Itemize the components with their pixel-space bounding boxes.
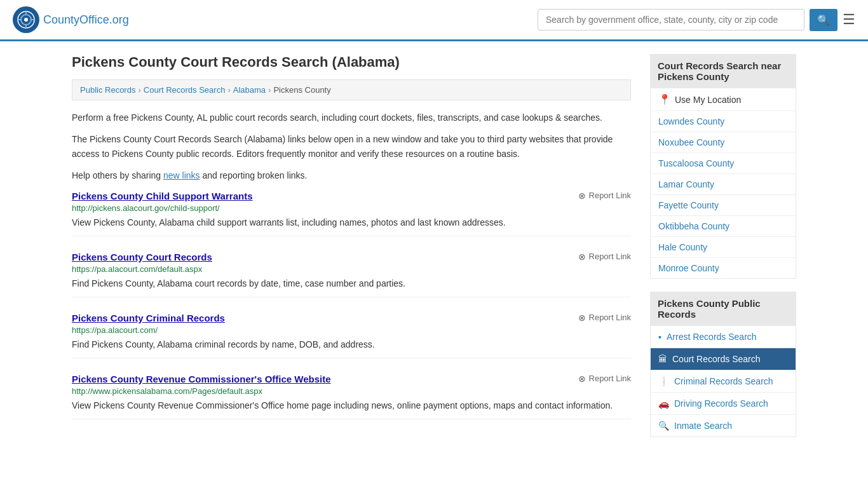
result-item: Pickens County Revenue Commissioner's Of… (72, 374, 631, 419)
list-item: 🔍 Inmate Search (651, 415, 796, 437)
list-item: Lamar County (651, 174, 796, 195)
desc-para-3: Help others by sharing new links and rep… (72, 168, 631, 182)
logo-icon (13, 6, 39, 33)
sidebar-lamar-county[interactable]: Lamar County (651, 174, 796, 194)
result-header: Pickens County Criminal Records ⊗ Report… (72, 313, 631, 323)
list-item: 🚗 Driving Records Search (651, 393, 796, 415)
sidebar-driving-records[interactable]: 🚗 Driving Records Search (651, 393, 796, 414)
sidebar-pubrecords-list: ▪ Arrest Records Search 🏛 Court Records … (650, 326, 796, 437)
search-icon: 🔍 (817, 15, 830, 25)
breadcrumb-court-records-search[interactable]: Court Records Search (144, 85, 226, 95)
header: CountyOffice.org 🔍 ☰ (0, 0, 868, 41)
sidebar-nearby-title: Court Records Search near Pickens County (650, 54, 796, 88)
breadcrumb-alabama[interactable]: Alabama (233, 85, 266, 95)
logo-area: CountyOffice.org (13, 6, 129, 33)
list-item: ▪ Arrest Records Search (651, 326, 796, 348)
search-button[interactable]: 🔍 (810, 9, 837, 31)
sidebar-oktibbeha-county[interactable]: Oktibbeha County (651, 216, 796, 236)
list-item: Noxubee County (651, 132, 796, 153)
report-icon: ⊗ (578, 374, 586, 384)
hamburger-icon: ☰ (843, 11, 855, 27)
result-header: Pickens County Child Support Warrants ⊗ … (72, 191, 631, 201)
breadcrumb-sep-3: › (268, 85, 271, 95)
desc-para-2: The Pickens County Court Records Search … (72, 132, 631, 161)
result-title: Pickens County Child Support Warrants (72, 191, 252, 201)
result-item: Pickens County Child Support Warrants ⊗ … (72, 191, 631, 236)
breadcrumb-current: Pickens County (273, 85, 330, 95)
menu-button[interactable]: ☰ (843, 11, 855, 28)
sidebar-noxubee-county[interactable]: Noxubee County (651, 132, 796, 152)
logo-svg (17, 11, 35, 29)
result-desc: Find Pickens County, Alabama court recor… (72, 277, 631, 290)
logo-text: CountyOffice.org (43, 13, 129, 27)
list-item: 🏛 Court Records Search (651, 348, 796, 370)
sidebar-nearby-list: 📍 Use My Location Lowndes County Noxubee… (650, 88, 796, 279)
report-link[interactable]: ⊗ Report Link (578, 252, 631, 262)
result-item: Pickens County Criminal Records ⊗ Report… (72, 313, 631, 358)
content-area: Pickens County Court Records Search (Ala… (72, 54, 631, 437)
breadcrumb: Public Records › Court Records Search › … (72, 79, 631, 100)
main-container: Pickens County Court Records Search (Ala… (53, 41, 815, 450)
list-item: ❕ Criminal Records Search (651, 370, 796, 393)
breadcrumb-sep-2: › (227, 85, 230, 95)
svg-point-2 (24, 18, 28, 22)
driving-records-icon: 🚗 (658, 398, 669, 409)
inmate-search-icon: 🔍 (658, 421, 669, 431)
sidebar-tuscaloosa-county[interactable]: Tuscaloosa County (651, 153, 796, 173)
results-list: Pickens County Child Support Warrants ⊗ … (72, 191, 631, 419)
result-link[interactable]: Pickens County Court Records (72, 252, 212, 262)
list-item: Tuscaloosa County (651, 153, 796, 174)
sidebar-arrest-records[interactable]: ▪ Arrest Records Search (651, 326, 796, 348)
page-title: Pickens County Court Records Search (Ala… (72, 54, 631, 71)
sidebar-lowndes-county[interactable]: Lowndes County (651, 111, 796, 132)
list-item: Fayette County (651, 195, 796, 216)
sidebar: Court Records Search near Pickens County… (650, 54, 796, 437)
report-link[interactable]: ⊗ Report Link (578, 313, 631, 323)
report-icon: ⊗ (578, 191, 586, 201)
sidebar-pubrecords-title: Pickens County Public Records (650, 292, 796, 326)
sidebar-hale-county[interactable]: Hale County (651, 237, 796, 257)
new-links-link[interactable]: new links (163, 170, 200, 180)
result-link[interactable]: Pickens County Criminal Records (72, 313, 225, 323)
result-desc: View Pickens County, Alabama child suppo… (72, 216, 631, 229)
result-url: https://pa.alacourt.com/ (72, 325, 631, 335)
court-records-icon: 🏛 (658, 354, 667, 364)
report-link[interactable]: ⊗ Report Link (578, 191, 631, 201)
result-header: Pickens County Revenue Commissioner's Of… (72, 374, 631, 384)
report-icon: ⊗ (578, 252, 586, 262)
breadcrumb-public-records[interactable]: Public Records (80, 85, 135, 95)
report-icon: ⊗ (578, 313, 586, 323)
search-input[interactable] (538, 9, 804, 30)
result-title: Pickens County Revenue Commissioner's Of… (72, 374, 331, 384)
result-url: http://www.pickensalabama.com/Pages/defa… (72, 386, 631, 396)
report-link[interactable]: ⊗ Report Link (578, 374, 631, 384)
arrest-records-icon: ▪ (658, 332, 661, 342)
list-item: 📍 Use My Location (651, 88, 796, 111)
result-link[interactable]: Pickens County Revenue Commissioner's Of… (72, 374, 331, 384)
result-link[interactable]: Pickens County Child Support Warrants (72, 191, 252, 201)
sidebar-criminal-records[interactable]: ❕ Criminal Records Search (651, 370, 796, 392)
result-url: https://pa.alacourt.com/default.aspx (72, 264, 631, 274)
sidebar-court-records[interactable]: 🏛 Court Records Search (651, 348, 796, 370)
sidebar-use-location[interactable]: 📍 Use My Location (651, 88, 796, 111)
desc-para-1: Perform a free Pickens County, AL public… (72, 111, 631, 125)
sidebar-monroe-county[interactable]: Monroe County (651, 258, 796, 278)
result-desc: Find Pickens County, Alabama criminal re… (72, 338, 631, 351)
list-item: Hale County (651, 237, 796, 258)
result-desc: View Pickens County Revenue Commissioner… (72, 399, 631, 412)
location-icon: 📍 (658, 93, 671, 105)
criminal-records-icon: ❕ (658, 376, 669, 386)
result-url: http://pickens.alacourt.gov/child-suppor… (72, 203, 631, 213)
result-title: Pickens County Criminal Records (72, 313, 225, 323)
result-item: Pickens County Court Records ⊗ Report Li… (72, 252, 631, 297)
list-item: Monroe County (651, 258, 796, 278)
result-title: Pickens County Court Records (72, 252, 212, 262)
sidebar-fayette-county[interactable]: Fayette County (651, 195, 796, 215)
result-header: Pickens County Court Records ⊗ Report Li… (72, 252, 631, 262)
breadcrumb-sep-1: › (138, 85, 140, 95)
search-bar-area: 🔍 ☰ (538, 9, 855, 31)
sidebar-inmate-search[interactable]: 🔍 Inmate Search (651, 415, 796, 437)
list-item: Oktibbeha County (651, 216, 796, 237)
list-item: Lowndes County (651, 111, 796, 132)
